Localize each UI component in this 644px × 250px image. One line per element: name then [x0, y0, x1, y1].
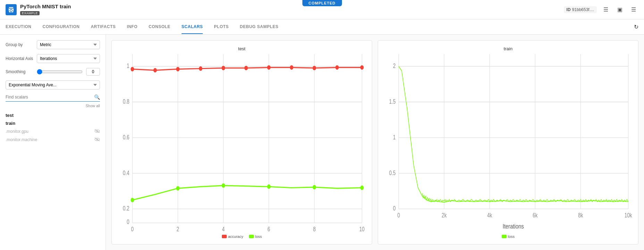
- tab-execution[interactable]: EXECUTION: [6, 20, 32, 34]
- id-label: ID: [567, 7, 571, 12]
- smoothing-value-input[interactable]: [86, 68, 100, 76]
- doc-button[interactable]: ☰: [601, 5, 611, 15]
- train-chart-card: train 2 1.5 1 0.5 0: [378, 40, 638, 244]
- loss-color-test: [249, 235, 254, 238]
- svg-text:0.5: 0.5: [389, 170, 396, 176]
- svg-text:1: 1: [127, 62, 129, 69]
- svg-text:0.2: 0.2: [123, 205, 129, 212]
- svg-text:0: 0: [131, 226, 134, 232]
- svg-text:1: 1: [393, 134, 396, 140]
- svg-text:0: 0: [127, 218, 129, 225]
- group-by-select[interactable]: Metric None: [37, 40, 100, 49]
- hide-machine-icon: [94, 137, 100, 143]
- search-input[interactable]: [6, 95, 94, 100]
- menu-button[interactable]: ☰: [629, 5, 638, 15]
- svg-point-31: [153, 68, 157, 72]
- test-chart-card: test 1 0.8 0.6 0.4 0.2 0: [111, 40, 372, 244]
- svg-text:0.4: 0.4: [123, 170, 129, 176]
- svg-text:0: 0: [393, 205, 396, 212]
- test-chart-title: test: [117, 46, 366, 51]
- tab-plots[interactable]: PLOTS: [214, 20, 229, 34]
- top-bar: COMPLETED PyTorch MNIST train EXAMPLE ID…: [0, 0, 644, 19]
- svg-text:4: 4: [222, 226, 225, 232]
- main-layout: Group by Metric None Horizontal Axis Ite…: [0, 35, 644, 250]
- id-value: 91bb653f....: [572, 7, 594, 12]
- svg-text:10: 10: [359, 226, 365, 232]
- svg-text:2k: 2k: [442, 212, 446, 218]
- app-title: PyTorch MNIST train: [20, 3, 71, 9]
- app-container: COMPLETED PyTorch MNIST train EXAMPLE ID…: [0, 0, 644, 250]
- svg-point-46: [360, 186, 364, 190]
- tab-info[interactable]: INFO: [127, 20, 137, 34]
- refresh-icon-nav[interactable]: ↻: [634, 24, 638, 30]
- svg-point-34: [221, 66, 225, 70]
- tab-configuration[interactable]: CONFIGURATION: [43, 20, 80, 34]
- search-icon: 🔍: [94, 94, 100, 100]
- svg-point-43: [221, 183, 225, 188]
- tab-console[interactable]: CONSOLE: [149, 20, 170, 34]
- accuracy-label: accuracy: [228, 234, 243, 239]
- sidebar: Group by Metric None Horizontal Axis Ite…: [0, 35, 106, 250]
- horizontal-axis-label: Horizontal Axis: [6, 56, 33, 61]
- svg-point-44: [267, 184, 270, 189]
- svg-text:0: 0: [397, 212, 400, 218]
- tab-debug-samples[interactable]: DEBUG SAMPLES: [240, 20, 278, 34]
- hide-gpu-icon: [94, 129, 100, 134]
- svg-point-41: [131, 198, 134, 202]
- search-row: 🔍: [6, 94, 100, 102]
- smoothing-type-select[interactable]: Exponential Moving Ave... None: [6, 80, 100, 89]
- test-chart-legend: accuracy loss: [117, 234, 366, 239]
- tab-artifacts[interactable]: ARTIFACTS: [91, 20, 116, 34]
- show-all-link[interactable]: Show all: [6, 104, 100, 108]
- svg-point-37: [290, 65, 293, 70]
- accuracy-color: [222, 235, 227, 238]
- nav-tabs: EXECUTION CONFIGURATION ARTIFACTS INFO C…: [0, 19, 644, 35]
- svg-text:10k: 10k: [625, 212, 632, 218]
- example-badge: EXAMPLE: [20, 11, 40, 15]
- loss-label-test: loss: [255, 234, 262, 239]
- title-block: PyTorch MNIST train EXAMPLE: [20, 3, 71, 16]
- horizontal-axis-row: Horizontal Axis Iterations Time Epochs: [6, 54, 100, 63]
- horizontal-axis-select[interactable]: Iterations Time Epochs: [37, 54, 100, 63]
- svg-text:6: 6: [268, 226, 270, 232]
- svg-text:0.6: 0.6: [123, 134, 129, 140]
- train-chart-svg: 2 1.5 1 0.5 0: [384, 54, 633, 232]
- smoothing-slider[interactable]: [37, 69, 83, 75]
- train-chart-legend: loss: [384, 234, 633, 239]
- legend-loss-train: loss: [502, 234, 515, 239]
- status-badge: COMPLETED: [302, 0, 342, 6]
- top-bar-right: ID 91bb653f.... ☰ ▣ ☰: [564, 5, 638, 15]
- svg-point-32: [176, 67, 179, 71]
- smoothing-row: Smoothing: [6, 68, 100, 76]
- svg-point-38: [312, 66, 316, 70]
- train-chart-title: train: [384, 46, 633, 51]
- split-button[interactable]: ▣: [615, 5, 625, 15]
- app-logo: [6, 4, 17, 15]
- scalar-group-train[interactable]: train: [6, 119, 100, 127]
- scalar-item-machine-label: .monitor.machine: [6, 137, 37, 142]
- scalar-item-monitor-machine[interactable]: .monitor.machine: [6, 136, 100, 144]
- test-chart-svg-container: 1 0.8 0.6 0.4 0.2 0: [117, 54, 366, 232]
- test-chart-svg: 1 0.8 0.6 0.4 0.2 0: [117, 54, 366, 232]
- charts-area: test 1 0.8 0.6 0.4 0.2 0: [106, 35, 644, 250]
- svg-text:2: 2: [177, 226, 179, 232]
- train-chart-svg-container: 2 1.5 1 0.5 0: [384, 54, 633, 232]
- logo-icon: [8, 6, 15, 13]
- svg-text:4k: 4k: [487, 212, 492, 218]
- svg-point-35: [244, 66, 248, 70]
- legend-accuracy: accuracy: [222, 234, 243, 239]
- svg-text:1.5: 1.5: [389, 98, 396, 105]
- group-by-row: Group by Metric None: [6, 40, 100, 49]
- scalar-item-monitor-gpu[interactable]: .monitor.gpu: [6, 127, 100, 136]
- svg-text:2: 2: [393, 62, 396, 69]
- svg-point-42: [176, 186, 179, 191]
- scalar-group-test[interactable]: test: [6, 111, 100, 119]
- tab-scalars[interactable]: SCALARS: [182, 20, 203, 34]
- group-by-label: Group by: [6, 42, 33, 47]
- svg-text:8k: 8k: [578, 212, 583, 218]
- svg-text:Iterations: Iterations: [503, 222, 524, 230]
- legend-loss-test: loss: [249, 234, 262, 239]
- svg-text:6k: 6k: [533, 212, 537, 218]
- id-badge: ID 91bb653f....: [564, 6, 597, 13]
- svg-point-39: [335, 65, 339, 70]
